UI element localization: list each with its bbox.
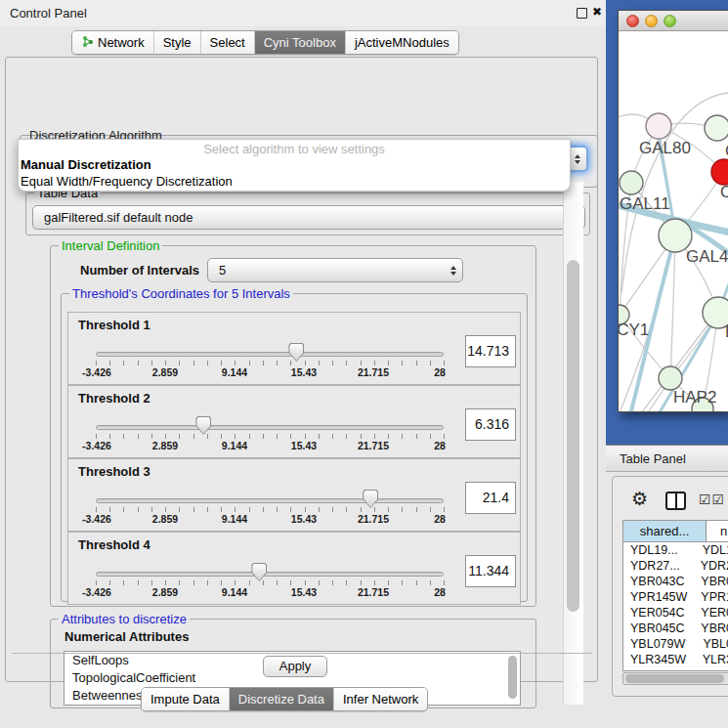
threshold-label: Threshold 3 <box>78 464 150 479</box>
tick-label: -3.426 <box>82 440 111 451</box>
tick-label: 2.859 <box>152 513 178 525</box>
threshold-label: Threshold 2 <box>78 391 150 406</box>
table-row[interactable]: YBR043CYBR0 <box>623 574 728 589</box>
slider-ticks <box>96 361 445 365</box>
threshold-slider[interactable] <box>96 498 444 503</box>
tab-label: jActiveMNodules <box>355 35 450 50</box>
tab-select[interactable]: Select <box>200 31 254 54</box>
network-tab-icon <box>81 35 94 51</box>
threshold-label: Threshold 4 <box>78 537 150 552</box>
panel-scrollbar-thumb[interactable] <box>567 260 579 612</box>
table-hscrollbar-thumb[interactable] <box>625 674 724 683</box>
slider-ticks <box>96 580 445 585</box>
tab-infer-network[interactable]: Infer Network <box>333 688 427 710</box>
node-label: HAP2 <box>673 388 716 407</box>
table-row[interactable]: YDR27...YDR2 <box>623 558 728 574</box>
slider-thumb[interactable] <box>251 563 267 581</box>
apply-button[interactable]: Apply <box>263 656 327 677</box>
threshold-value-field[interactable]: 14.713 <box>465 335 516 367</box>
table-data-combo[interactable]: galFiltered.sif default node <box>32 205 585 230</box>
list-scrollbar-thumb[interactable] <box>508 656 517 699</box>
network-window-titlebar[interactable] <box>619 11 728 31</box>
table-row[interactable]: YDL19...YDL1 <box>623 542 728 558</box>
node-hap2[interactable] <box>659 366 682 390</box>
tick-label: 9.144 <box>222 440 247 451</box>
tab-jactivemnodules[interactable]: jActiveMNodules <box>345 31 458 54</box>
threshold-row: Threshold 3 -3.426 2.859 9.144 15.43 21.… <box>67 458 521 532</box>
threshold-label: Threshold 1 <box>78 318 150 332</box>
tick-label: 2.859 <box>152 440 178 451</box>
slider-thumb[interactable] <box>195 416 211 435</box>
table-row[interactable]: YIL052CYIL0 <box>623 667 728 671</box>
slider-thumb[interactable] <box>363 490 378 508</box>
tab-label: Select <box>210 35 245 50</box>
tab-label: Network <box>98 35 145 50</box>
node-gal11[interactable] <box>620 171 643 194</box>
threshold-slider[interactable] <box>96 352 444 357</box>
numerical-attributes-label: Numerical Attributes <box>64 629 189 644</box>
close-traffic-icon[interactable] <box>626 15 639 27</box>
tick-label: -3.426 <box>82 366 111 378</box>
threshold-value-field[interactable]: 6.316 <box>465 408 516 441</box>
tab-label: Impute Data <box>150 692 220 707</box>
table-row[interactable]: YPR145WYPR1 <box>623 589 728 605</box>
table-header-row: shared... n <box>623 521 728 542</box>
algorithm-dropdown-popup: Select algorithm to view settings Manual… <box>18 139 571 192</box>
tick-label: 15.43 <box>291 513 317 525</box>
network-graph: GAL80 G C GAL11 GAL4 GCY1 H HAP2 <box>619 31 728 411</box>
table-row[interactable]: YLR345WYLR3 <box>623 652 728 667</box>
panel-scrollbar-track[interactable] <box>563 182 583 705</box>
network-canvas[interactable]: GAL80 G C GAL11 GAL4 GCY1 H HAP2 <box>619 31 728 411</box>
node-attribute-table[interactable]: shared... n YDL19...YDL1 YDR27...YDR2 YB… <box>622 520 728 671</box>
tick-label: 28 <box>434 586 446 598</box>
table-row[interactable]: YBR045CYBR0 <box>623 621 728 636</box>
tab-style[interactable]: Style <box>153 31 200 54</box>
tick-label: 15.43 <box>291 586 317 598</box>
tab-discretize-data[interactable]: Discretize Data <box>229 688 333 710</box>
node-partial-top[interactable] <box>705 115 728 141</box>
control-panel-tabs: Network Style Select Cyni Toolbox jActiv… <box>71 30 459 55</box>
tick-label: 28 <box>434 366 446 378</box>
table-row[interactable]: YBL079WYBL0 <box>623 636 728 652</box>
column-header-name[interactable]: n <box>707 521 728 541</box>
tick-label: 9.144 <box>222 513 247 525</box>
table-hscrollbar[interactable] <box>622 672 728 685</box>
number-of-intervals-label: Number of Intervals <box>80 263 199 278</box>
node-label: C <box>720 183 728 201</box>
slider-ticks <box>96 434 445 439</box>
threshold-slider[interactable] <box>96 572 444 577</box>
close-icon[interactable]: ✖ <box>592 5 602 19</box>
float-window-icon[interactable] <box>577 8 587 19</box>
network-view-window: GAL80 G C GAL11 GAL4 GCY1 H HAP2 <box>618 10 728 412</box>
table-data-group: Table Data galFiltered.sif default node <box>25 193 590 236</box>
minimize-traffic-icon[interactable] <box>645 15 658 27</box>
threshold-value-field[interactable]: 21.4 <box>465 482 516 514</box>
interval-definition-title: Interval Definition <box>59 238 162 253</box>
checkbox-icons[interactable]: ☑☑ <box>699 492 725 507</box>
tick-label: 21.715 <box>358 586 389 598</box>
gear-icon[interactable]: ⚙ <box>631 488 648 509</box>
tick-label: -3.426 <box>82 513 111 525</box>
tab-impute-data[interactable]: Impute Data <box>142 688 229 710</box>
cyni-bottom-tabs: Impute Data Discretize Data Infer Networ… <box>141 687 428 711</box>
tick-label: 21.715 <box>358 366 389 378</box>
node-label: GAL4 <box>686 247 728 266</box>
tab-cyni-toolbox[interactable]: Cyni Toolbox <box>254 31 345 54</box>
tab-network[interactable]: Network <box>72 31 153 54</box>
threshold-value-field[interactable]: 11.344 <box>465 555 516 587</box>
split-view-icon[interactable] <box>665 492 686 510</box>
tick-label: 28 <box>434 513 446 525</box>
threshold-slider[interactable] <box>96 425 444 430</box>
tick-label: 15.43 <box>291 440 317 451</box>
column-header-shared-name[interactable]: shared... <box>623 521 707 541</box>
thresholds-group: Threshold's Coordinates for 5 Intervals … <box>61 293 528 602</box>
node-gal80[interactable] <box>646 113 671 139</box>
number-of-intervals-combo[interactable]: 5 <box>207 258 463 282</box>
table-panel: ⚙ ☑☑ shared... n YDL19...YDL1 YDR27...YD… <box>612 476 728 697</box>
popup-option-equal-width[interactable]: Equal Width/Frequency Discretization <box>21 174 233 189</box>
table-row[interactable]: YER054CYER0 <box>623 605 728 621</box>
node-label: GAL80 <box>639 139 691 157</box>
popup-option-manual[interactable]: Manual Discretization <box>21 157 151 172</box>
zoom-traffic-icon[interactable] <box>664 15 676 27</box>
slider-thumb[interactable] <box>288 343 304 362</box>
